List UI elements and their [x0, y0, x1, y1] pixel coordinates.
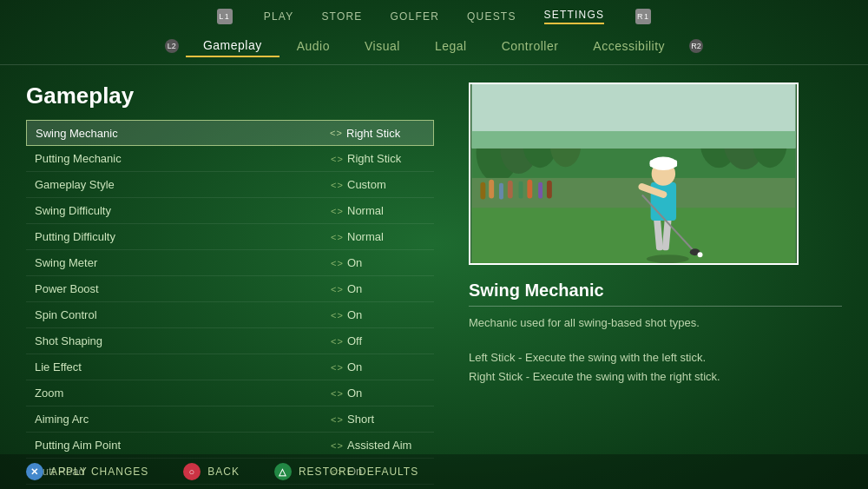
- setting-name: Aiming Arc: [26, 413, 326, 426]
- setting-name: Swing Difficulty: [26, 204, 326, 217]
- setting-arrows: < >: [325, 128, 346, 138]
- svg-point-31: [647, 254, 689, 263]
- setting-arrows: < >: [326, 180, 347, 190]
- settings-row[interactable]: Spin Control < > On: [26, 302, 434, 328]
- svg-rect-13: [489, 180, 494, 199]
- setting-value: Off: [347, 334, 434, 347]
- setting-value: On: [347, 282, 434, 295]
- nav-quests[interactable]: QUESTS: [467, 10, 516, 23]
- tab-legal[interactable]: Legal: [418, 36, 484, 56]
- tab-left-icon: L2: [165, 39, 179, 53]
- setting-name: Swing Meter: [26, 256, 326, 269]
- tab-audio[interactable]: Audio: [279, 36, 347, 56]
- preview-image: [469, 83, 799, 265]
- setting-arrows: < >: [326, 440, 347, 451]
- top-nav: L1 PLAY STORE GOLFER QUESTS SETTINGS R1: [0, 0, 868, 30]
- back-action[interactable]: ○ BACK: [183, 463, 240, 480]
- settings-row[interactable]: Putting Difficulty < > Normal: [26, 224, 434, 250]
- setting-value: On: [347, 387, 434, 400]
- tab-gameplay[interactable]: Gameplay: [186, 35, 279, 57]
- setting-name: Putting Aim Point: [26, 439, 326, 452]
- restore-defaults-action[interactable]: △ RESTORE DEFAULTS: [274, 463, 418, 480]
- detail-description2: Left Stick - Execute the swing with the …: [469, 348, 842, 387]
- setting-arrows: < >: [326, 232, 347, 242]
- svg-rect-16: [519, 182, 523, 199]
- setting-name: Swing Mechanic: [27, 127, 325, 140]
- svg-rect-20: [472, 208, 796, 263]
- nav-play[interactable]: PLAY: [264, 10, 294, 23]
- setting-value: Right Stick: [346, 127, 433, 140]
- setting-arrows: < >: [326, 206, 347, 216]
- setting-name: Zoom: [26, 387, 326, 400]
- bottom-bar: ✕ APPLY CHANGES ○ BACK △ RESTORE DEFAULT…: [0, 454, 868, 489]
- settings-row[interactable]: Aiming Arc < > Short: [26, 406, 434, 433]
- tab-right-icon: R2: [689, 39, 703, 53]
- apply-changes-label: APPLY CHANGES: [50, 466, 148, 478]
- detail-title: Swing Mechanic: [469, 281, 842, 307]
- settings-list: Swing Mechanic < > Right Stick Putting M…: [26, 120, 434, 485]
- back-label: BACK: [207, 466, 240, 478]
- settings-row[interactable]: Swing Meter < > On: [26, 250, 434, 276]
- setting-arrows: < >: [326, 336, 347, 347]
- setting-arrows: < >: [326, 310, 347, 320]
- setting-name: Putting Difficulty: [26, 230, 326, 243]
- main-content: Gameplay Swing Mechanic < > Right Stick …: [0, 65, 868, 485]
- svg-rect-10: [472, 131, 796, 149]
- nav-store[interactable]: STORE: [321, 10, 362, 23]
- nav-golfer[interactable]: GOLFER: [391, 10, 440, 23]
- tab-visual[interactable]: Visual: [347, 36, 418, 56]
- detail-description1: Mechanic used for all swing-based shot t…: [469, 314, 842, 333]
- settings-row[interactable]: Lie Effect < > On: [26, 354, 434, 380]
- restore-defaults-label: RESTORE DEFAULTS: [299, 466, 418, 478]
- setting-value: On: [347, 360, 434, 373]
- svg-rect-18: [538, 182, 542, 199]
- tab-accessibility[interactable]: Accessibility: [575, 36, 682, 56]
- setting-name: Lie Effect: [26, 360, 326, 373]
- setting-name: Shot Shaping: [26, 334, 326, 347]
- settings-row[interactable]: Shot Shaping < > Off: [26, 328, 434, 354]
- left-panel: Gameplay Swing Mechanic < > Right Stick …: [26, 83, 434, 485]
- settings-row[interactable]: Power Boost < > On: [26, 276, 434, 302]
- nav-settings[interactable]: SETTINGS: [544, 9, 605, 24]
- setting-arrows: < >: [326, 388, 347, 399]
- svg-rect-17: [527, 180, 532, 199]
- nav-left-icon: L1: [217, 9, 233, 24]
- svg-rect-14: [499, 183, 503, 200]
- svg-rect-15: [508, 181, 513, 199]
- svg-rect-26: [650, 160, 677, 167]
- settings-row[interactable]: Swing Mechanic < > Right Stick: [26, 120, 434, 146]
- setting-name: Spin Control: [26, 308, 326, 321]
- tab-bar: L2 Gameplay Audio Visual Legal Controlle…: [0, 30, 868, 65]
- setting-value: Normal: [347, 204, 434, 217]
- apply-changes-action[interactable]: ✕ APPLY CHANGES: [26, 463, 148, 480]
- svg-rect-12: [480, 182, 485, 200]
- nav-right-icon: R1: [635, 9, 651, 24]
- x-button-icon: ✕: [26, 463, 43, 480]
- setting-arrows: < >: [326, 258, 347, 268]
- setting-arrows: < >: [326, 414, 347, 425]
- right-panel: Swing Mechanic Mechanic used for all swi…: [469, 83, 842, 485]
- settings-row[interactable]: Zoom < > On: [26, 380, 434, 406]
- setting-value: On: [347, 256, 434, 269]
- setting-value: Custom: [347, 178, 434, 191]
- triangle-button-icon: △: [274, 463, 292, 480]
- setting-arrows: < >: [326, 362, 347, 373]
- svg-point-30: [698, 252, 703, 257]
- setting-name: Power Boost: [26, 282, 326, 295]
- setting-name: Putting Mechanic: [26, 152, 326, 165]
- setting-value: On: [347, 308, 434, 321]
- setting-arrows: < >: [326, 154, 347, 164]
- tab-controller[interactable]: Controller: [484, 36, 576, 56]
- panel-title: Gameplay: [26, 83, 434, 109]
- svg-rect-19: [547, 181, 552, 199]
- setting-value: Assisted Aim: [347, 439, 434, 452]
- settings-row[interactable]: Putting Mechanic < > Right Stick: [26, 146, 434, 172]
- circle-button-icon: ○: [183, 463, 201, 480]
- setting-name: Gameplay Style: [26, 178, 326, 191]
- settings-row[interactable]: Gameplay Style < > Custom: [26, 172, 434, 198]
- setting-value: Right Stick: [347, 152, 434, 165]
- setting-value: Normal: [347, 230, 434, 243]
- setting-arrows: < >: [326, 284, 347, 294]
- setting-value: Short: [347, 413, 434, 426]
- settings-row[interactable]: Swing Difficulty < > Normal: [26, 198, 434, 224]
